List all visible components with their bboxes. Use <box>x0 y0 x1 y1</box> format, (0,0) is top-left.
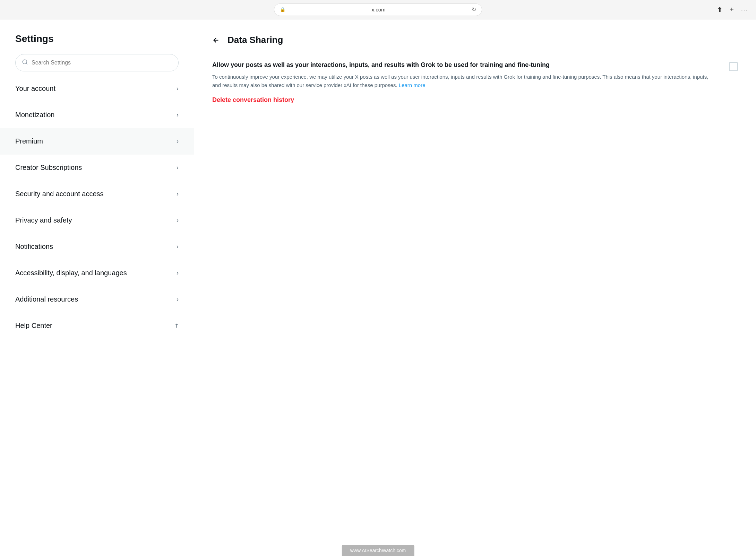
sidebar-item-your-account[interactable]: Your account › <box>0 76 194 102</box>
data-sharing-desc-text: To continuously improve your experience,… <box>212 74 708 88</box>
more-button[interactable]: ⋯ <box>741 6 748 14</box>
search-input[interactable] <box>32 60 172 66</box>
sidebar-item-security[interactable]: Security and account access › <box>0 181 194 207</box>
reload-button[interactable]: ↻ <box>472 6 476 13</box>
sidebar-item-premium[interactable]: Premium › <box>0 128 194 155</box>
sidebar-item-notifications[interactable]: Notifications › <box>0 234 194 260</box>
search-container <box>0 54 194 71</box>
lock-icon: 🔒 <box>280 7 285 12</box>
browser-chrome: 🔒 x.com ↻ ⬆ + ⋯ <box>0 0 756 19</box>
chevron-icon-privacy: › <box>177 217 179 224</box>
sidebar-item-additional[interactable]: Additional resources › <box>0 286 194 313</box>
watermark-text: www.AISearchWatch.com <box>350 548 406 553</box>
nav-label-help: Help Center <box>15 322 52 330</box>
search-box[interactable] <box>15 54 179 71</box>
nav-label-privacy: Privacy and safety <box>15 216 72 224</box>
data-sharing-description: To continuously improve your experience,… <box>212 73 715 89</box>
sidebar: Settings Your account › Monetization › <box>0 19 194 556</box>
nav-label-accessibility: Accessibility, display, and languages <box>15 269 127 277</box>
nav-label-your-account: Your account <box>15 85 55 93</box>
svg-point-0 <box>23 60 27 64</box>
nav-label-premium: Premium <box>15 137 43 145</box>
share-button[interactable]: ⬆ <box>717 6 723 14</box>
sidebar-title: Settings <box>0 33 194 44</box>
panel-title: Data Sharing <box>227 35 283 45</box>
nav-label-creator-subscriptions: Creator Subscriptions <box>15 164 82 172</box>
delete-history-button[interactable]: Delete conversation history <box>212 96 294 104</box>
chevron-icon-creator-subscriptions: › <box>177 164 179 171</box>
checkbox-wrapper <box>729 62 738 71</box>
panel-header: Data Sharing <box>212 35 738 45</box>
back-button[interactable] <box>212 36 220 44</box>
sidebar-item-help[interactable]: Help Center ↗ <box>0 313 194 339</box>
sidebar-item-monetization[interactable]: Monetization › <box>0 102 194 128</box>
chevron-icon-your-account: › <box>177 85 179 92</box>
right-panel: Data Sharing Allow your posts as well as… <box>194 19 756 556</box>
url-text: x.com <box>288 7 469 12</box>
main-content: Settings Your account › Monetization › <box>0 19 756 556</box>
watermark: www.AISearchWatch.com <box>342 545 414 556</box>
nav-label-additional: Additional resources <box>15 295 78 303</box>
sidebar-item-accessibility[interactable]: Accessibility, display, and languages › <box>0 260 194 286</box>
chevron-icon-security: › <box>177 190 179 198</box>
learn-more-link[interactable]: Learn more <box>399 82 426 88</box>
data-sharing-main-text: Allow your posts as well as your interac… <box>212 61 715 69</box>
data-sharing-checkbox[interactable] <box>729 62 738 71</box>
data-sharing-row: Allow your posts as well as your interac… <box>212 61 738 89</box>
chevron-icon-premium: › <box>177 138 179 145</box>
chevron-icon-accessibility: › <box>177 269 179 277</box>
sidebar-item-privacy[interactable]: Privacy and safety › <box>0 207 194 234</box>
new-tab-button[interactable]: + <box>730 6 734 14</box>
nav-label-security: Security and account access <box>15 190 104 198</box>
nav-label-monetization: Monetization <box>15 111 54 119</box>
search-icon <box>22 59 28 67</box>
svg-line-1 <box>26 63 27 64</box>
chevron-icon-additional: › <box>177 296 179 303</box>
data-sharing-text: Allow your posts as well as your interac… <box>212 61 715 89</box>
external-link-icon-help: ↗ <box>172 322 180 330</box>
sidebar-item-creator-subscriptions[interactable]: Creator Subscriptions › <box>0 155 194 181</box>
chevron-icon-monetization: › <box>177 111 179 119</box>
chevron-icon-notifications: › <box>177 243 179 250</box>
nav-label-notifications: Notifications <box>15 243 53 251</box>
address-bar: 🔒 x.com ↻ <box>274 3 482 16</box>
browser-actions: ⬆ + ⋯ <box>717 6 748 14</box>
